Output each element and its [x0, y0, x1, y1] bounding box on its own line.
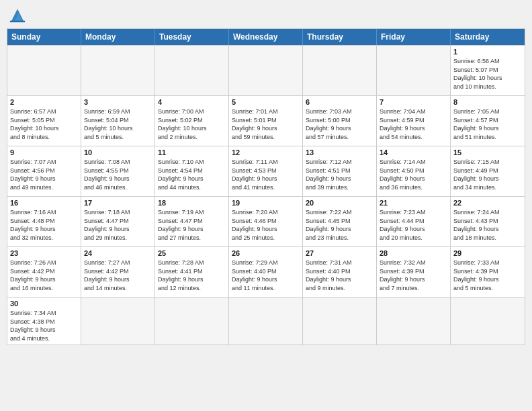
calendar-cell: 22Sunrise: 7:24 AM Sunset: 4:43 PM Dayli…	[451, 197, 525, 246]
day-info: Sunrise: 7:16 AM Sunset: 4:48 PM Dayligh…	[10, 208, 78, 242]
day-number: 25	[158, 249, 226, 257]
day-info: Sunrise: 7:03 AM Sunset: 5:00 PM Dayligh…	[306, 107, 373, 141]
calendar-cell: 4Sunrise: 7:00 AM Sunset: 5:02 PM Daylig…	[155, 96, 229, 146]
day-number: 13	[306, 148, 373, 156]
general-blue-icon	[7, 7, 28, 23]
day-info: Sunrise: 7:27 AM Sunset: 4:42 PM Dayligh…	[84, 259, 152, 292]
day-number: 17	[84, 199, 152, 207]
calendar-cell: 28Sunrise: 7:32 AM Sunset: 4:39 PM Dayli…	[377, 247, 451, 297]
day-number: 30	[10, 300, 78, 308]
day-number: 27	[306, 249, 373, 257]
calendar-cell: 7Sunrise: 7:04 AM Sunset: 4:59 PM Daylig…	[377, 96, 451, 146]
day-info: Sunrise: 7:33 AM Sunset: 4:39 PM Dayligh…	[453, 259, 522, 292]
calendar-cell	[229, 298, 303, 345]
calendar-cell: 5Sunrise: 7:01 AM Sunset: 5:01 PM Daylig…	[229, 96, 303, 146]
calendar-cell: 29Sunrise: 7:33 AM Sunset: 4:39 PM Dayli…	[451, 247, 525, 297]
calendar-cell: 14Sunrise: 7:14 AM Sunset: 4:50 PM Dayli…	[377, 146, 451, 196]
calendar-cell: 12Sunrise: 7:11 AM Sunset: 4:53 PM Dayli…	[229, 146, 303, 196]
day-info: Sunrise: 7:04 AM Sunset: 4:59 PM Dayligh…	[380, 107, 447, 141]
day-header-monday: Monday	[81, 29, 155, 45]
day-info: Sunrise: 7:34 AM Sunset: 4:38 PM Dayligh…	[10, 309, 78, 342]
calendar-cell: 6Sunrise: 7:03 AM Sunset: 5:00 PM Daylig…	[303, 96, 377, 146]
day-number: 11	[158, 148, 226, 156]
svg-rect-2	[10, 21, 25, 22]
calendar-cell: 26Sunrise: 7:29 AM Sunset: 4:40 PM Dayli…	[229, 247, 303, 297]
day-info: Sunrise: 7:14 AM Sunset: 4:50 PM Dayligh…	[380, 158, 447, 191]
day-headers: SundayMondayTuesdayWednesdayThursdayFrid…	[7, 29, 525, 45]
day-info: Sunrise: 7:08 AM Sunset: 4:55 PM Dayligh…	[84, 158, 152, 191]
day-info: Sunrise: 7:20 AM Sunset: 4:46 PM Dayligh…	[232, 208, 300, 242]
week-row-3: 16Sunrise: 7:16 AM Sunset: 4:48 PM Dayli…	[7, 196, 525, 246]
calendar-cell: 21Sunrise: 7:23 AM Sunset: 4:44 PM Dayli…	[377, 197, 451, 246]
calendar-cell: 15Sunrise: 7:15 AM Sunset: 4:49 PM Dayli…	[451, 146, 525, 196]
day-number: 3	[84, 98, 152, 106]
day-info: Sunrise: 7:12 AM Sunset: 4:51 PM Dayligh…	[306, 158, 373, 191]
day-number: 20	[306, 199, 373, 207]
day-header-saturday: Saturday	[451, 29, 525, 45]
logo	[7, 7, 31, 23]
day-number: 23	[10, 249, 78, 257]
calendar-cell: 13Sunrise: 7:12 AM Sunset: 4:51 PM Dayli…	[303, 146, 377, 196]
calendar-page: SundayMondayTuesdayWednesdayThursdayFrid…	[0, 0, 532, 411]
day-number: 9	[10, 148, 78, 156]
day-info: Sunrise: 7:22 AM Sunset: 4:45 PM Dayligh…	[306, 208, 373, 242]
calendar-cell: 11Sunrise: 7:10 AM Sunset: 4:54 PM Dayli…	[155, 146, 229, 196]
day-info: Sunrise: 7:29 AM Sunset: 4:40 PM Dayligh…	[232, 259, 300, 292]
day-info: Sunrise: 7:05 AM Sunset: 4:57 PM Dayligh…	[453, 107, 522, 141]
calendar-cell	[7, 46, 81, 95]
day-info: Sunrise: 7:01 AM Sunset: 5:01 PM Dayligh…	[232, 107, 300, 141]
day-info: Sunrise: 7:00 AM Sunset: 5:02 PM Dayligh…	[158, 107, 226, 141]
day-info: Sunrise: 7:10 AM Sunset: 4:54 PM Dayligh…	[158, 158, 226, 191]
calendar-cell: 10Sunrise: 7:08 AM Sunset: 4:55 PM Dayli…	[81, 146, 155, 196]
calendar-cell: 1Sunrise: 6:56 AM Sunset: 5:07 PM Daylig…	[451, 46, 525, 95]
day-number: 22	[453, 199, 522, 207]
week-row-1: 2Sunrise: 6:57 AM Sunset: 5:05 PM Daylig…	[7, 95, 525, 146]
logo-area	[7, 7, 31, 23]
day-number: 21	[380, 199, 447, 207]
calendar-cell	[377, 46, 451, 95]
day-header-wednesday: Wednesday	[229, 29, 303, 45]
day-number: 24	[84, 249, 152, 257]
calendar-cell: 16Sunrise: 7:16 AM Sunset: 4:48 PM Dayli…	[7, 197, 81, 246]
calendar-cell: 23Sunrise: 7:26 AM Sunset: 4:42 PM Dayli…	[7, 247, 81, 297]
week-row-2: 9Sunrise: 7:07 AM Sunset: 4:56 PM Daylig…	[7, 146, 525, 196]
calendar-cell: 18Sunrise: 7:19 AM Sunset: 4:47 PM Dayli…	[155, 197, 229, 246]
calendar-cell	[451, 298, 525, 345]
calendar-cell	[155, 298, 229, 345]
calendar-cell: 8Sunrise: 7:05 AM Sunset: 4:57 PM Daylig…	[451, 96, 525, 146]
day-info: Sunrise: 7:23 AM Sunset: 4:44 PM Dayligh…	[380, 208, 447, 242]
calendar-cell: 24Sunrise: 7:27 AM Sunset: 4:42 PM Dayli…	[81, 247, 155, 297]
day-header-thursday: Thursday	[303, 29, 377, 45]
day-info: Sunrise: 7:24 AM Sunset: 4:43 PM Dayligh…	[453, 208, 522, 242]
day-info: Sunrise: 7:11 AM Sunset: 4:53 PM Dayligh…	[232, 158, 300, 191]
calendar-cell	[303, 298, 377, 345]
calendar-cell: 27Sunrise: 7:31 AM Sunset: 4:40 PM Dayli…	[303, 247, 377, 297]
day-number: 15	[453, 148, 522, 156]
day-number: 5	[232, 98, 300, 106]
day-header-sunday: Sunday	[7, 29, 81, 45]
calendar-cell: 9Sunrise: 7:07 AM Sunset: 4:56 PM Daylig…	[7, 146, 81, 196]
day-info: Sunrise: 7:32 AM Sunset: 4:39 PM Dayligh…	[380, 259, 447, 292]
calendar-cell: 19Sunrise: 7:20 AM Sunset: 4:46 PM Dayli…	[229, 197, 303, 246]
day-info: Sunrise: 7:15 AM Sunset: 4:49 PM Dayligh…	[453, 158, 522, 191]
day-number: 14	[380, 148, 447, 156]
calendar-cell: 3Sunrise: 6:59 AM Sunset: 5:04 PM Daylig…	[81, 96, 155, 146]
day-number: 8	[453, 98, 522, 106]
day-number: 2	[10, 98, 78, 106]
day-header-tuesday: Tuesday	[155, 29, 229, 45]
calendar-cell	[81, 298, 155, 345]
week-row-4: 23Sunrise: 7:26 AM Sunset: 4:42 PM Dayli…	[7, 246, 525, 297]
day-info: Sunrise: 6:59 AM Sunset: 5:04 PM Dayligh…	[84, 107, 152, 141]
calendar-cell	[377, 298, 451, 345]
day-number: 1	[453, 48, 522, 56]
day-info: Sunrise: 7:31 AM Sunset: 4:40 PM Dayligh…	[306, 259, 373, 292]
day-number: 29	[453, 249, 522, 257]
day-info: Sunrise: 6:56 AM Sunset: 5:07 PM Dayligh…	[453, 57, 522, 91]
calendar-cell: 17Sunrise: 7:18 AM Sunset: 4:47 PM Dayli…	[81, 197, 155, 246]
calendar-cell	[303, 46, 377, 95]
week-row-5: 30Sunrise: 7:34 AM Sunset: 4:38 PM Dayli…	[7, 297, 525, 345]
day-header-friday: Friday	[377, 29, 451, 45]
calendar-cell	[229, 46, 303, 95]
calendar-cell: 30Sunrise: 7:34 AM Sunset: 4:38 PM Dayli…	[7, 298, 81, 345]
day-info: Sunrise: 7:28 AM Sunset: 4:41 PM Dayligh…	[158, 259, 226, 292]
